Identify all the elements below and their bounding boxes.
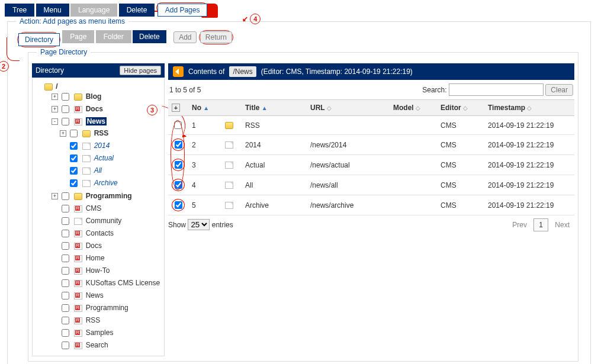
tree-checkbox-docs2[interactable]	[62, 242, 69, 250]
cell-title[interactable]: All	[242, 175, 307, 195]
clear-button[interactable]: Clear	[545, 84, 573, 96]
row-checkbox[interactable]	[175, 201, 182, 209]
tree-item-docs2[interactable]: Docs	[86, 241, 102, 250]
row-checkbox[interactable]	[175, 161, 182, 169]
rpage-icon	[74, 255, 82, 262]
tree-checkbox-blog[interactable]	[62, 93, 69, 101]
add-row-button[interactable]: +	[172, 104, 180, 112]
sort-icon: ◇	[416, 105, 420, 111]
tree-item-contacts[interactable]: Contacts	[86, 229, 114, 237]
search-input[interactable]	[449, 83, 544, 96]
contents-header: Contents of /News (Editor: CMS, Timestam…	[168, 63, 574, 80]
expand-toggle[interactable]: +	[52, 94, 58, 100]
row-checkbox[interactable]	[175, 181, 182, 189]
tree-item-license[interactable]: KUSoftas CMS License	[86, 279, 160, 287]
cell-title[interactable]: RSS	[242, 116, 307, 135]
tree-checkbox-cms[interactable]	[62, 205, 69, 212]
th-timestamp[interactable]: Timestamp	[488, 104, 525, 112]
tab-add-pages[interactable]: Add Pages	[157, 4, 208, 17]
tree-checkbox-license[interactable]	[62, 279, 69, 287]
tree-item-search[interactable]: Search	[86, 341, 108, 349]
tree-item-home[interactable]: Home	[86, 254, 105, 262]
tree-item-rss[interactable]: RSS	[94, 129, 109, 137]
expand-toggle[interactable]: +	[52, 106, 58, 112]
hide-pages-button[interactable]: Hide pages	[120, 66, 161, 75]
action-legend: Action: Add pages as menu items	[16, 17, 128, 25]
tree-checkbox-programming2[interactable]	[62, 304, 69, 312]
tree-checkbox-search[interactable]	[62, 342, 69, 349]
tree-checkbox-community[interactable]	[62, 217, 69, 225]
tree-checkbox-rss[interactable]	[70, 130, 78, 137]
cell-timestamp: 2014-09-19 21:22:19	[484, 155, 574, 175]
pagesize-select[interactable]: 25	[188, 219, 210, 230]
add-button[interactable]: Add	[173, 31, 197, 43]
tree-item-archive[interactable]: Archive	[94, 179, 118, 187]
subtab-directory[interactable]: Directory	[18, 33, 60, 46]
tree-item-docs[interactable]: Docs	[86, 105, 103, 113]
th-model[interactable]: Model	[393, 104, 414, 112]
th-no[interactable]: No	[192, 104, 201, 112]
th-title[interactable]: Title	[245, 104, 259, 112]
return-button[interactable]: Return	[200, 31, 232, 43]
tree-checkbox-contacts[interactable]	[62, 230, 69, 237]
next-button[interactable]: Next	[550, 219, 574, 231]
tree-checkbox-samples[interactable]	[62, 329, 69, 337]
tree-checkbox-news2[interactable]	[62, 292, 69, 299]
tree-item-actual[interactable]: Actual	[94, 154, 114, 162]
tree-item-howto[interactable]: How-To	[86, 266, 110, 275]
expand-toggle[interactable]: +	[60, 130, 66, 137]
subtab-page[interactable]: Page	[62, 30, 94, 43]
cell-title[interactable]: Archive	[242, 195, 307, 215]
page-directory-frame: Page Directory 3 ▸ Directory Hide pages …	[28, 52, 578, 362]
back-icon[interactable]	[173, 66, 184, 77]
row-checkbox[interactable]	[175, 141, 182, 149]
tree-checkbox-home[interactable]	[62, 255, 69, 262]
cell-no: 3	[188, 155, 220, 175]
tree-item-rss2[interactable]: RSS	[86, 316, 101, 324]
subtab-folder[interactable]: Folder	[96, 30, 131, 43]
tree-checkbox-docs[interactable]	[62, 105, 69, 113]
th-url[interactable]: URL	[310, 104, 324, 112]
tab-language[interactable]: Language	[70, 4, 117, 17]
tree-checkbox-2014[interactable]	[70, 142, 78, 150]
tree-item-news[interactable]: News	[86, 117, 107, 125]
tab-tree[interactable]: Tree	[5, 4, 34, 17]
tree-item-programming2[interactable]: Programming	[86, 304, 128, 312]
prev-button[interactable]: Prev	[507, 219, 532, 231]
tree-checkbox-howto[interactable]	[62, 267, 69, 275]
tree-item-2014[interactable]: 2014	[94, 141, 110, 150]
cell-timestamp: 2014-09-19 21:22:19	[484, 135, 574, 155]
expand-toggle[interactable]: +	[52, 193, 58, 199]
tree-item-programming[interactable]: Programming	[86, 192, 132, 200]
tree-checkbox-actual[interactable]	[70, 154, 78, 162]
tree-item-all[interactable]: All	[94, 166, 102, 175]
sort-icon: ◇	[527, 105, 532, 111]
collapse-toggle[interactable]: -	[52, 118, 58, 125]
tab-menu[interactable]: Menu	[36, 4, 69, 17]
tree-checkbox-archive[interactable]	[70, 179, 78, 187]
page-current[interactable]: 1	[533, 218, 548, 231]
cell-title[interactable]: Actual	[242, 155, 307, 175]
tree-checkbox-rss2[interactable]	[62, 317, 69, 324]
rpage-icon	[74, 292, 82, 299]
tree-item-blog[interactable]: Blog	[86, 92, 102, 101]
cell-title[interactable]: 2014	[242, 135, 307, 155]
tree-item-news2[interactable]: News	[86, 291, 104, 299]
tree-checkbox-news[interactable]	[62, 118, 69, 125]
contents-of-label: Contents of	[188, 67, 224, 76]
th-editor[interactable]: Editor	[441, 104, 461, 112]
tree-checkbox-programming[interactable]	[62, 192, 69, 200]
contents-table: + No ▲ Title ▲ URL ◇ Model ◇ Editor ◇ Ti…	[168, 99, 574, 215]
tree-item-community[interactable]: Community	[86, 217, 122, 225]
tab-delete[interactable]: Delete	[119, 4, 155, 17]
search-row: 1 to 5 of 5 Search: Clear	[169, 83, 573, 96]
tree-root[interactable]: /	[56, 82, 57, 91]
subtab-delete[interactable]: Delete	[133, 30, 166, 43]
row-checkbox[interactable]	[174, 121, 182, 129]
tree-item-samples[interactable]: Samples	[86, 328, 114, 337]
sub-tab-bar: Directory Page Folder Delete Add Return	[17, 30, 587, 47]
top-tab-bar: Tree Menu Language Delete Add Pages	[0, 0, 598, 17]
cell-model	[390, 116, 437, 135]
tree-item-cms[interactable]: CMS	[86, 204, 102, 212]
tree-checkbox-all[interactable]	[70, 167, 78, 175]
